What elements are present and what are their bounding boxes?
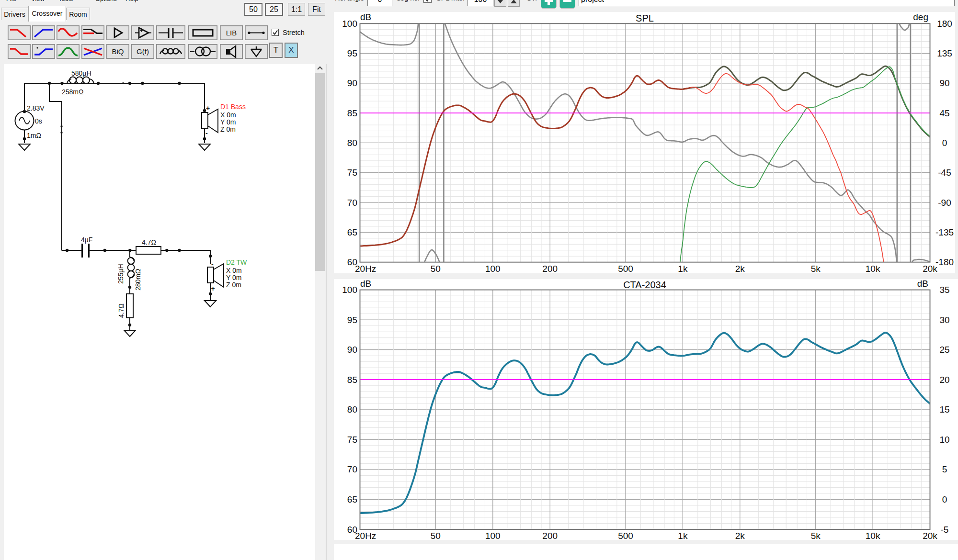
svg-text:2.83V: 2.83V xyxy=(27,104,45,112)
svg-text:20: 20 xyxy=(939,375,949,385)
svg-text:100: 100 xyxy=(485,264,501,273)
svg-text:25: 25 xyxy=(939,345,949,355)
svg-text:180: 180 xyxy=(937,19,952,29)
svg-text:70: 70 xyxy=(347,198,357,208)
svg-text:258mΩ: 258mΩ xyxy=(62,88,84,96)
svg-text:65: 65 xyxy=(347,227,357,237)
svg-text:80: 80 xyxy=(347,404,357,414)
svg-text:95: 95 xyxy=(347,48,357,58)
svg-text:20k: 20k xyxy=(923,531,937,540)
svg-text:580µH: 580µH xyxy=(71,69,91,77)
svg-text:50: 50 xyxy=(431,531,441,540)
svg-text:100: 100 xyxy=(342,19,357,29)
svg-text:4.7Ω: 4.7Ω xyxy=(117,303,125,318)
svg-text:45: 45 xyxy=(939,108,949,118)
svg-text:BiQ: BiQ xyxy=(112,47,124,56)
svg-text:0: 0 xyxy=(942,494,947,504)
svg-text:10k: 10k xyxy=(866,531,880,540)
svg-text:15: 15 xyxy=(939,404,949,414)
svg-text:100: 100 xyxy=(485,531,501,540)
svg-text:200: 200 xyxy=(542,264,558,273)
svg-text:X 0m: X 0m xyxy=(226,267,242,274)
svg-text:+: + xyxy=(211,285,215,292)
svg-text:Z 0m: Z 0m xyxy=(226,281,241,289)
svg-text:280mΩ: 280mΩ xyxy=(134,269,142,291)
svg-text:95: 95 xyxy=(347,315,357,325)
svg-text:90: 90 xyxy=(347,78,357,88)
svg-text:CTA-2034: CTA-2034 xyxy=(623,280,666,290)
svg-text:dB: dB xyxy=(360,12,371,22)
svg-text:200: 200 xyxy=(542,531,558,540)
svg-text:dB: dB xyxy=(917,279,928,289)
svg-text:deg: deg xyxy=(913,12,928,22)
svg-text:100: 100 xyxy=(342,285,357,295)
svg-text:-5: -5 xyxy=(941,525,949,535)
svg-text:30: 30 xyxy=(939,315,949,325)
svg-text:65: 65 xyxy=(347,494,357,504)
svg-text:35: 35 xyxy=(939,285,949,295)
svg-text:Z 0m: Z 0m xyxy=(220,125,236,133)
svg-text:10k: 10k xyxy=(866,264,880,273)
svg-text:85: 85 xyxy=(347,375,357,385)
svg-text:LIB: LIB xyxy=(226,29,237,37)
svg-text:5k: 5k xyxy=(811,264,821,273)
svg-text:dB: dB xyxy=(360,279,371,289)
svg-text:70: 70 xyxy=(347,464,357,474)
svg-text:80: 80 xyxy=(347,138,357,148)
svg-text:Y 0m: Y 0m xyxy=(220,118,236,126)
svg-text:50: 50 xyxy=(431,264,441,273)
svg-text:5k: 5k xyxy=(811,531,821,540)
svg-text:2k: 2k xyxy=(735,264,745,273)
svg-text:2k: 2k xyxy=(735,531,745,540)
svg-text:Y 0m: Y 0m xyxy=(226,274,241,281)
svg-text:10: 10 xyxy=(939,435,949,445)
svg-text:5: 5 xyxy=(942,464,947,474)
svg-text:0: 0 xyxy=(942,138,947,148)
svg-text:D2 TW: D2 TW xyxy=(226,258,247,266)
svg-text:-: - xyxy=(205,129,208,137)
svg-text:85: 85 xyxy=(347,108,357,118)
svg-text:500: 500 xyxy=(618,264,633,273)
svg-text:-135: -135 xyxy=(935,227,954,237)
svg-text:-: - xyxy=(211,260,214,268)
svg-text:X 0m: X 0m xyxy=(220,111,236,119)
svg-text:-180: -180 xyxy=(935,257,954,267)
svg-text:20Hz: 20Hz xyxy=(355,531,376,540)
svg-text:1k: 1k xyxy=(678,264,688,273)
svg-text:-90: -90 xyxy=(938,198,951,208)
svg-text:20k: 20k xyxy=(923,264,937,273)
svg-text:4µF: 4µF xyxy=(81,236,92,244)
svg-text:-45: -45 xyxy=(938,168,951,178)
svg-text:90: 90 xyxy=(939,78,949,88)
svg-text:135: 135 xyxy=(937,48,952,58)
svg-text:75: 75 xyxy=(347,435,357,445)
svg-text:G(f): G(f) xyxy=(137,47,149,56)
svg-text:SPL: SPL xyxy=(636,13,654,23)
svg-text:20Hz: 20Hz xyxy=(355,264,376,273)
svg-text:1mΩ: 1mΩ xyxy=(27,132,41,139)
svg-text:D1 Bass: D1 Bass xyxy=(220,103,246,111)
svg-text:+: + xyxy=(206,104,210,112)
svg-text:90: 90 xyxy=(347,345,357,355)
svg-text:1k: 1k xyxy=(678,531,688,540)
svg-text:255µH: 255µH xyxy=(117,264,125,284)
svg-text:0s: 0s xyxy=(35,117,42,125)
svg-text:75: 75 xyxy=(347,168,357,178)
svg-text:500: 500 xyxy=(618,531,633,540)
svg-text:4.7Ω: 4.7Ω xyxy=(142,238,156,246)
